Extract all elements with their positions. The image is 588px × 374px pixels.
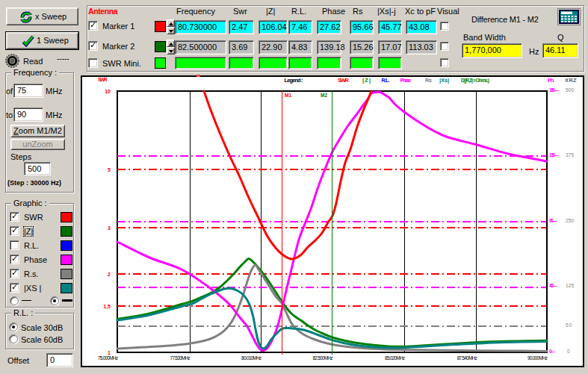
svg-text:2: 2 [108,272,111,277]
svg-text:X: X [565,77,569,84]
svg-text:50: 50 [566,322,572,328]
svg-text:M2: M2 [321,93,327,98]
svg-text:82.500MHz: 82.500MHz [313,355,333,361]
svg-text:3: 3 [108,225,111,231]
svg-text:SWR: SWR [338,77,350,84]
svg-text:0—: 0— [549,349,556,354]
svg-text:R.L.: R.L. [382,77,390,84]
svg-text:90.000MHz: 90.000MHz [527,355,548,361]
svg-text:375: 375 [566,152,574,158]
svg-text:SWR: SWR [98,77,108,82]
svg-text:5: 5 [108,167,111,172]
svg-text:250: 250 [566,218,574,223]
svg-text:90—: 90— [549,218,558,223]
svg-text:|Xs|: |Xs| [439,77,449,84]
svg-text:|Z|: |Z| [362,77,371,84]
svg-text:1.5: 1.5 [103,304,111,309]
svg-text:87.540MHz: 87.540MHz [457,355,477,361]
svg-text:45—: 45— [549,283,558,288]
svg-text:Legend :: Legend : [285,77,303,84]
svg-text:500: 500 [566,87,574,93]
svg-text:10: 10 [105,89,111,94]
svg-text:Phase: Phase [400,77,412,84]
svg-text:0: 0 [567,349,570,354]
svg-text:180—: 180— [549,87,560,93]
svg-text:80.010MHz: 80.010MHz [241,355,261,361]
svg-text:D(|R,Z| = Ohms.): D(|R,Z| = Ohms.) [461,78,489,84]
svg-text:Ph.: Ph. [548,77,554,84]
svg-text:85.020MHz: 85.020MHz [385,355,405,361]
svg-text:125: 125 [566,283,574,288]
svg-text:135—: 135— [549,152,560,158]
svg-text:77.520MHz: 77.520MHz [170,355,191,361]
svg-text:M1: M1 [285,93,291,98]
svg-text:75.000MHz: 75.000MHz [98,355,118,361]
svg-text:Z: Z [573,77,577,84]
svg-text:Rs: Rs [425,77,432,84]
svg-text:1: 1 [108,350,111,355]
